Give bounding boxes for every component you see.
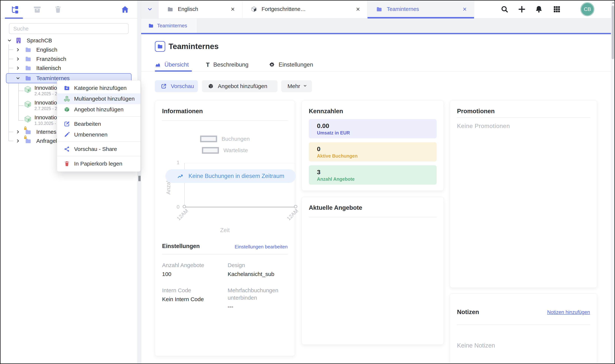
settings-grid: Anzahl Angebote 100 Design Kachelansicht…: [162, 261, 288, 311]
offer-title: Innovatio: [34, 85, 57, 91]
avatar[interactable]: CB: [580, 2, 594, 16]
card-title: Aktuelle Angebote: [309, 204, 437, 212]
share-icon: [64, 146, 70, 152]
folder-icon: [25, 129, 31, 135]
chart-icon: [155, 62, 161, 68]
stat-value: 0.00: [317, 122, 437, 130]
menu-item-vorschau-share[interactable]: Vorschau - Share: [57, 144, 140, 155]
notifications-bell-icon[interactable]: [535, 5, 543, 13]
button-label: Vorschau: [171, 83, 194, 89]
menu-item-umbenennen[interactable]: Umbenennen: [57, 129, 140, 140]
mehr-button[interactable]: Mehr: [281, 80, 312, 92]
empty-state-text: Keine Notizen: [457, 342, 590, 349]
tab-uebersicht[interactable]: Übersicht: [155, 59, 189, 71]
sidebar-resizer[interactable]: [138, 0, 141, 364]
sidebar-item-englisch[interactable]: Englisch: [0, 45, 133, 54]
folder-icon: [25, 65, 31, 71]
page-scrollbar[interactable]: [611, 0, 615, 364]
settings-header: Einstellungen Einstellungen bearbeiten: [162, 243, 288, 250]
card-promotionen: Promotionen Keine Promotionen: [450, 100, 597, 288]
card-aktuelle-angebote: Aktuelle Angebote: [302, 197, 444, 345]
menu-separator: [57, 116, 140, 117]
legend-warteliste[interactable]: Warteliste: [202, 147, 248, 154]
settings-title: Einstellungen: [162, 243, 200, 249]
close-icon[interactable]: ×: [463, 6, 467, 13]
x-axis-label: Zeit: [162, 227, 288, 234]
search-icon[interactable]: [501, 5, 509, 13]
offer-title: Innovatio: [34, 100, 57, 106]
vorschau-button[interactable]: Vorschau: [155, 80, 198, 92]
home-icon[interactable]: [121, 5, 129, 14]
chevron-right-icon[interactable]: [15, 139, 20, 143]
cube-icon: [64, 106, 70, 113]
building-icon: [15, 37, 22, 44]
chevron-down-icon[interactable]: [15, 76, 20, 81]
menu-item-label: Kategorie hinzufügen: [74, 85, 127, 91]
divider: [457, 117, 590, 118]
stat-anzahl-angebote: 3 Anzahl Angebote: [309, 165, 437, 185]
tree-root-sprachcb[interactable]: SprachCB: [0, 36, 133, 45]
empty-state-text: Keine Promotionen: [457, 123, 590, 130]
close-icon[interactable]: ×: [356, 6, 360, 13]
pencil-icon: [64, 131, 70, 138]
menu-item-multiangebot-hinzufuegen[interactable]: Multiangebot hinzufügen: [57, 93, 140, 104]
chevron-right-icon[interactable]: [15, 66, 20, 70]
menu-item-bearbeiten[interactable]: Bearbeiten: [57, 118, 140, 129]
chevron-right-icon[interactable]: [15, 130, 20, 134]
chevron-right-icon[interactable]: [15, 57, 20, 61]
close-icon[interactable]: ×: [231, 6, 235, 13]
button-label: Angebot hinzufügen: [218, 83, 267, 89]
tab-fortgeschrittene[interactable]: Fortgeschrittene… ×: [242, 0, 367, 18]
field-value: Kachelansicht_sub: [228, 270, 288, 278]
archive-icon[interactable]: [33, 5, 42, 14]
tab-label: Teaminternes: [387, 6, 419, 12]
field-value: ---: [228, 303, 288, 311]
category-badge-folder-icon: [155, 41, 165, 52]
bookings-chart: Buchungen Warteliste 1 0 Anzahl: [162, 121, 288, 239]
trash-icon[interactable]: [54, 5, 62, 14]
legend-label: Buchungen: [222, 136, 250, 142]
tab-beschreibung[interactable]: T Beschreibung: [206, 59, 248, 71]
notizen-add-link[interactable]: Notizen hinzufügen: [547, 310, 590, 315]
accent-divider: [141, 33, 611, 34]
offer-dates: 2.4.2025 - 2: [34, 91, 57, 96]
menu-item-label: In Papierkorb legen: [74, 161, 122, 167]
scrollbar-thumb[interactable]: [612, 6, 614, 59]
chevron-right-icon[interactable]: [15, 47, 20, 52]
menu-item-label: Vorschau - Share: [74, 146, 117, 152]
menu-item-label: Bearbeiten: [74, 121, 101, 127]
tab-einstellungen[interactable]: Einstellungen: [269, 59, 313, 71]
settings-edit-link[interactable]: Einstellungen bearbeiten: [235, 244, 288, 250]
tab-list-dropdown[interactable]: [141, 0, 159, 18]
tab-englisch[interactable]: Englisch ×: [159, 0, 242, 18]
menu-item-kategorie-hinzufuegen[interactable]: Kategorie hinzufügen: [57, 83, 140, 93]
folder-plus-icon: [64, 85, 70, 91]
legend-buchungen[interactable]: Buchungen: [200, 136, 250, 142]
context-menu: Kategorie hinzufügen Multiangebot hinzuf…: [57, 80, 140, 172]
cube-icon: [208, 83, 214, 89]
external-link-icon: [161, 83, 167, 89]
chevron-down-icon[interactable]: [7, 38, 12, 43]
sidebar-item-franzoesisch[interactable]: Französisch: [0, 54, 133, 64]
breadcrumb[interactable]: Teaminternes: [141, 18, 197, 33]
angebot-hinzufuegen-button[interactable]: Angebot hinzufügen: [202, 80, 278, 92]
offer-cube-icon: [24, 115, 32, 123]
sidebar-toolbar: [0, 0, 138, 18]
avatar-initials: CB: [584, 6, 591, 12]
apps-grid-icon[interactable]: [553, 5, 561, 13]
stat-label: Anzahl Angebote: [317, 176, 437, 182]
sidebar-item-italienisch[interactable]: Italienisch: [0, 64, 133, 73]
divider: [457, 325, 590, 325]
card-title: Informationen: [162, 107, 288, 115]
resize-handle-bar: [140, 176, 140, 181]
tree-root-label: SprachCB: [27, 37, 52, 44]
scroll-up-arrow[interactable]: [612, 2, 614, 3]
menu-item-in-papierkorb-legen[interactable]: In Papierkorb legen: [57, 158, 140, 169]
card-title: Kennzahlen: [309, 107, 437, 115]
tab-teaminternes[interactable]: Teaminternes ×: [367, 0, 474, 18]
menu-item-angebot-hinzufuegen[interactable]: Angebot hinzufügen: [57, 104, 140, 115]
tree-view-icon[interactable]: [10, 5, 19, 14]
breadcrumb-label: Teaminternes: [157, 23, 187, 29]
add-icon[interactable]: [518, 5, 526, 13]
search-input[interactable]: [9, 23, 128, 34]
